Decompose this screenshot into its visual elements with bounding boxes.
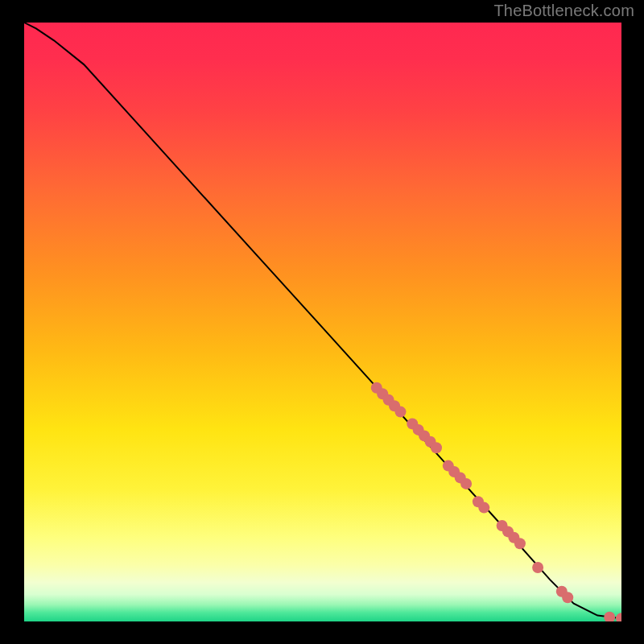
chart-svg [24,23,621,621]
highlight-dot [514,538,526,549]
plot-area [24,23,621,621]
highlight-dot [478,502,489,514]
highlight-dot [562,592,573,603]
highlight-dot [532,562,543,573]
highlight-dot [460,478,472,489]
highlight-dot [395,407,407,418]
highlight-dot [431,442,442,453]
watermark-text: TheBottleneck.com [493,2,634,20]
chart-frame: TheBottleneck.com [0,0,644,644]
gradient-background [24,23,621,621]
